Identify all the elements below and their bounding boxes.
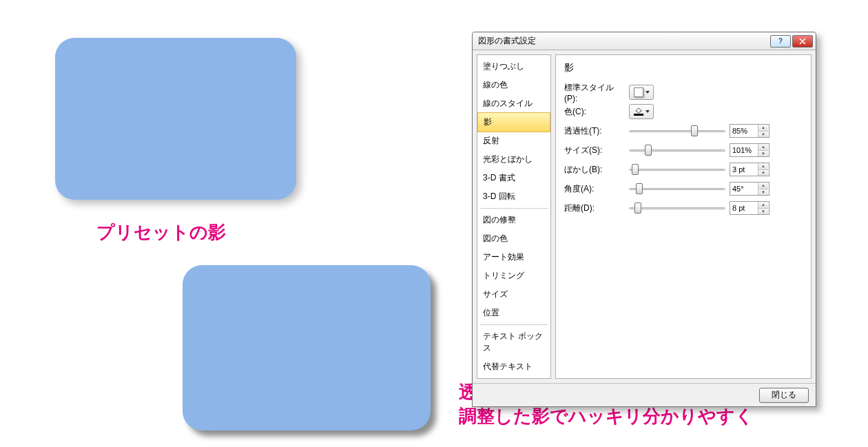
slider-thumb[interactable] bbox=[634, 202, 641, 214]
spin-up-button[interactable]: ▲ bbox=[758, 163, 768, 170]
spin-buttons: ▲▼ bbox=[758, 125, 768, 137]
shadow-panel: 影 標準スタイル(P): 色(C): bbox=[555, 54, 812, 379]
slider-track bbox=[629, 207, 725, 209]
param-slider[interactable] bbox=[629, 182, 725, 196]
paint-bucket-icon bbox=[634, 107, 643, 116]
close-button[interactable]: 閉じる bbox=[759, 388, 809, 403]
nav-item-1[interactable]: 線の色 bbox=[477, 76, 550, 94]
spin-down-button[interactable]: ▼ bbox=[758, 151, 768, 157]
nav-separator bbox=[480, 324, 548, 325]
param-spinner[interactable]: ▲▼ bbox=[730, 143, 769, 157]
spin-down-button[interactable]: ▼ bbox=[758, 170, 768, 176]
nav-item-14[interactable]: テキスト ボックス bbox=[477, 327, 550, 357]
help-icon: ? bbox=[778, 37, 783, 45]
param-row-3: 角度(A):▲▼ bbox=[564, 179, 803, 198]
nav-item-7[interactable]: 3-D 回転 bbox=[477, 187, 550, 206]
window-close-button[interactable] bbox=[792, 35, 813, 48]
param-slider[interactable] bbox=[629, 124, 725, 138]
close-icon bbox=[799, 38, 806, 45]
color-dropdown[interactable] bbox=[629, 104, 654, 119]
param-row-2: ぼかし(B):▲▼ bbox=[564, 160, 803, 179]
chevron-down-icon bbox=[645, 110, 650, 113]
spin-buttons: ▲▼ bbox=[758, 202, 768, 214]
close-button-label: 閉じる bbox=[772, 389, 796, 401]
param-label: ぼかし(B): bbox=[564, 164, 625, 176]
param-label: サイズ(S): bbox=[564, 145, 625, 156]
slider-track bbox=[629, 188, 725, 190]
slider-track bbox=[629, 130, 725, 132]
spin-up-button[interactable]: ▲ bbox=[758, 125, 768, 132]
param-spinner[interactable]: ▲▼ bbox=[730, 182, 769, 196]
param-slider[interactable] bbox=[629, 163, 725, 176]
nav-item-11[interactable]: トリミング bbox=[477, 267, 550, 285]
preset-swatch-icon bbox=[634, 87, 643, 97]
param-label: 距離(D): bbox=[564, 202, 625, 214]
nav-item-12[interactable]: サイズ bbox=[477, 285, 550, 304]
param-spinner[interactable]: ▲▼ bbox=[730, 163, 769, 176]
dialog-title: 図形の書式設定 bbox=[478, 35, 769, 47]
dialog-footer: 閉じる bbox=[473, 383, 816, 406]
param-value-input[interactable] bbox=[730, 144, 758, 156]
slider-track bbox=[629, 149, 725, 152]
chevron-down-icon bbox=[645, 91, 650, 94]
param-row-0: 透過性(T):▲▼ bbox=[564, 121, 803, 141]
spin-buttons: ▲▼ bbox=[758, 144, 768, 156]
nav-item-0[interactable]: 塗りつぶし bbox=[477, 57, 550, 76]
spin-down-button[interactable]: ▼ bbox=[758, 209, 768, 215]
example-shape-preset bbox=[55, 38, 296, 200]
param-spinner[interactable]: ▲▼ bbox=[730, 124, 769, 138]
param-slider[interactable] bbox=[629, 143, 725, 157]
nav-item-3[interactable]: 影 bbox=[477, 112, 550, 132]
param-row-4: 距離(D):▲▼ bbox=[564, 198, 803, 218]
spin-down-button[interactable]: ▼ bbox=[758, 189, 768, 196]
caption-preset: プリセットの影 bbox=[96, 220, 226, 245]
nav-separator bbox=[480, 208, 548, 209]
param-row-1: サイズ(S):▲▼ bbox=[564, 141, 803, 160]
nav-item-9[interactable]: 図の色 bbox=[477, 229, 550, 248]
param-slider[interactable] bbox=[629, 201, 725, 215]
slider-thumb[interactable] bbox=[645, 145, 652, 156]
panel-title: 影 bbox=[564, 62, 803, 74]
slider-thumb[interactable] bbox=[691, 125, 698, 136]
nav-item-8[interactable]: 図の修整 bbox=[477, 211, 550, 229]
slider-thumb[interactable] bbox=[632, 164, 639, 175]
param-value-input[interactable] bbox=[730, 183, 758, 195]
spin-up-button[interactable]: ▲ bbox=[758, 144, 768, 151]
param-value-input[interactable] bbox=[730, 125, 758, 137]
spin-buttons: ▲▼ bbox=[758, 183, 768, 195]
dialog-titlebar: 図形の書式設定 ? bbox=[473, 32, 816, 50]
preset-style-label: 標準スタイル(P): bbox=[564, 82, 625, 103]
nav-item-2[interactable]: 線のスタイル bbox=[477, 94, 550, 113]
nav-item-4[interactable]: 反射 bbox=[477, 132, 550, 150]
color-label: 色(C): bbox=[564, 106, 625, 118]
param-spinner[interactable]: ▲▼ bbox=[730, 201, 769, 215]
param-value-input[interactable] bbox=[730, 163, 758, 176]
help-button[interactable]: ? bbox=[770, 35, 791, 48]
spin-up-button[interactable]: ▲ bbox=[758, 183, 768, 189]
param-label: 透過性(T): bbox=[564, 125, 625, 137]
format-shape-dialog: 図形の書式設定 ? 塗りつぶし線の色線のスタイル影反射光彩とぼかし3-D 書式3… bbox=[472, 32, 816, 407]
spin-up-button[interactable]: ▲ bbox=[758, 202, 768, 209]
nav-item-10[interactable]: アート効果 bbox=[477, 248, 550, 267]
example-shape-adjusted bbox=[183, 265, 431, 430]
nav-item-6[interactable]: 3-D 書式 bbox=[477, 169, 550, 187]
spin-down-button[interactable]: ▼ bbox=[758, 132, 768, 138]
slider-track bbox=[629, 169, 725, 171]
nav-item-5[interactable]: 光彩とぼかし bbox=[477, 150, 550, 169]
preset-style-dropdown[interactable] bbox=[629, 85, 654, 100]
nav-item-13[interactable]: 位置 bbox=[477, 304, 550, 322]
slider-thumb[interactable] bbox=[636, 183, 643, 194]
nav-item-15[interactable]: 代替テキスト bbox=[477, 357, 550, 376]
param-value-input[interactable] bbox=[730, 202, 758, 214]
category-list: 塗りつぶし線の色線のスタイル影反射光彩とぼかし3-D 書式3-D 回転図の修整図… bbox=[477, 54, 551, 379]
param-label: 角度(A): bbox=[564, 183, 625, 195]
spin-buttons: ▲▼ bbox=[758, 163, 768, 176]
